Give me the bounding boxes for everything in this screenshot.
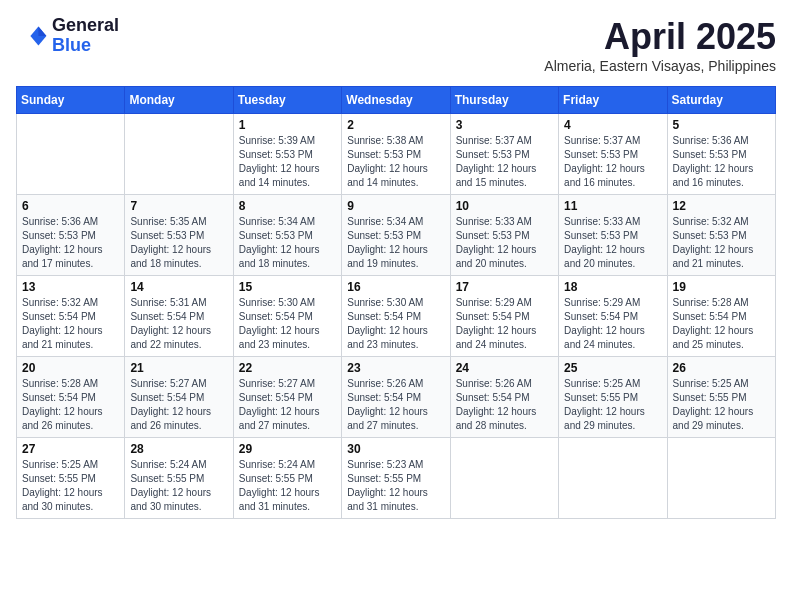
- calendar-cell: 4Sunrise: 5:37 AMSunset: 5:53 PMDaylight…: [559, 114, 667, 195]
- week-row-2: 6Sunrise: 5:36 AMSunset: 5:53 PMDaylight…: [17, 195, 776, 276]
- calendar-cell: 7Sunrise: 5:35 AMSunset: 5:53 PMDaylight…: [125, 195, 233, 276]
- day-info: Sunrise: 5:34 AMSunset: 5:53 PMDaylight:…: [347, 215, 444, 271]
- day-number: 7: [130, 199, 227, 213]
- calendar-cell: 1Sunrise: 5:39 AMSunset: 5:53 PMDaylight…: [233, 114, 341, 195]
- calendar-cell: 5Sunrise: 5:36 AMSunset: 5:53 PMDaylight…: [667, 114, 775, 195]
- day-info: Sunrise: 5:25 AMSunset: 5:55 PMDaylight:…: [673, 377, 770, 433]
- header-monday: Monday: [125, 87, 233, 114]
- header-sunday: Sunday: [17, 87, 125, 114]
- calendar-cell: 2Sunrise: 5:38 AMSunset: 5:53 PMDaylight…: [342, 114, 450, 195]
- day-number: 17: [456, 280, 553, 294]
- location: Almeria, Eastern Visayas, Philippines: [544, 58, 776, 74]
- day-number: 28: [130, 442, 227, 456]
- day-number: 6: [22, 199, 119, 213]
- day-info: Sunrise: 5:24 AMSunset: 5:55 PMDaylight:…: [239, 458, 336, 514]
- day-info: Sunrise: 5:36 AMSunset: 5:53 PMDaylight:…: [22, 215, 119, 271]
- day-info: Sunrise: 5:25 AMSunset: 5:55 PMDaylight:…: [564, 377, 661, 433]
- day-number: 9: [347, 199, 444, 213]
- calendar-cell: 11Sunrise: 5:33 AMSunset: 5:53 PMDayligh…: [559, 195, 667, 276]
- calendar-cell: 30Sunrise: 5:23 AMSunset: 5:55 PMDayligh…: [342, 438, 450, 519]
- day-info: Sunrise: 5:36 AMSunset: 5:53 PMDaylight:…: [673, 134, 770, 190]
- day-info: Sunrise: 5:35 AMSunset: 5:53 PMDaylight:…: [130, 215, 227, 271]
- day-info: Sunrise: 5:29 AMSunset: 5:54 PMDaylight:…: [456, 296, 553, 352]
- day-number: 1: [239, 118, 336, 132]
- week-row-4: 20Sunrise: 5:28 AMSunset: 5:54 PMDayligh…: [17, 357, 776, 438]
- day-info: Sunrise: 5:37 AMSunset: 5:53 PMDaylight:…: [564, 134, 661, 190]
- day-number: 23: [347, 361, 444, 375]
- header-friday: Friday: [559, 87, 667, 114]
- day-number: 13: [22, 280, 119, 294]
- day-number: 25: [564, 361, 661, 375]
- header-thursday: Thursday: [450, 87, 558, 114]
- calendar-cell: 29Sunrise: 5:24 AMSunset: 5:55 PMDayligh…: [233, 438, 341, 519]
- header-wednesday: Wednesday: [342, 87, 450, 114]
- calendar-cell: 23Sunrise: 5:26 AMSunset: 5:54 PMDayligh…: [342, 357, 450, 438]
- logo: General Blue: [16, 16, 119, 56]
- day-number: 15: [239, 280, 336, 294]
- calendar-cell: 25Sunrise: 5:25 AMSunset: 5:55 PMDayligh…: [559, 357, 667, 438]
- day-number: 14: [130, 280, 227, 294]
- month-year: April 2025: [544, 16, 776, 58]
- logo-blue: Blue: [52, 36, 119, 56]
- calendar-cell: 18Sunrise: 5:29 AMSunset: 5:54 PMDayligh…: [559, 276, 667, 357]
- day-number: 22: [239, 361, 336, 375]
- calendar-cell: 22Sunrise: 5:27 AMSunset: 5:54 PMDayligh…: [233, 357, 341, 438]
- day-info: Sunrise: 5:30 AMSunset: 5:54 PMDaylight:…: [239, 296, 336, 352]
- day-number: 4: [564, 118, 661, 132]
- day-info: Sunrise: 5:34 AMSunset: 5:53 PMDaylight:…: [239, 215, 336, 271]
- calendar-cell: 3Sunrise: 5:37 AMSunset: 5:53 PMDaylight…: [450, 114, 558, 195]
- day-number: 18: [564, 280, 661, 294]
- day-info: Sunrise: 5:30 AMSunset: 5:54 PMDaylight:…: [347, 296, 444, 352]
- calendar-cell: 26Sunrise: 5:25 AMSunset: 5:55 PMDayligh…: [667, 357, 775, 438]
- calendar-cell: 10Sunrise: 5:33 AMSunset: 5:53 PMDayligh…: [450, 195, 558, 276]
- day-info: Sunrise: 5:32 AMSunset: 5:54 PMDaylight:…: [22, 296, 119, 352]
- day-number: 19: [673, 280, 770, 294]
- day-info: Sunrise: 5:33 AMSunset: 5:53 PMDaylight:…: [564, 215, 661, 271]
- day-number: 3: [456, 118, 553, 132]
- day-number: 16: [347, 280, 444, 294]
- day-number: 20: [22, 361, 119, 375]
- day-number: 10: [456, 199, 553, 213]
- logo-text: General Blue: [52, 16, 119, 56]
- day-info: Sunrise: 5:27 AMSunset: 5:54 PMDaylight:…: [239, 377, 336, 433]
- calendar-cell: 9Sunrise: 5:34 AMSunset: 5:53 PMDaylight…: [342, 195, 450, 276]
- calendar-cell: 6Sunrise: 5:36 AMSunset: 5:53 PMDaylight…: [17, 195, 125, 276]
- calendar-cell: 19Sunrise: 5:28 AMSunset: 5:54 PMDayligh…: [667, 276, 775, 357]
- page-header: General Blue April 2025 Almeria, Eastern…: [16, 16, 776, 74]
- logo-icon: [16, 20, 48, 52]
- week-row-1: 1Sunrise: 5:39 AMSunset: 5:53 PMDaylight…: [17, 114, 776, 195]
- day-number: 30: [347, 442, 444, 456]
- day-info: Sunrise: 5:32 AMSunset: 5:53 PMDaylight:…: [673, 215, 770, 271]
- day-info: Sunrise: 5:37 AMSunset: 5:53 PMDaylight:…: [456, 134, 553, 190]
- day-number: 11: [564, 199, 661, 213]
- day-info: Sunrise: 5:23 AMSunset: 5:55 PMDaylight:…: [347, 458, 444, 514]
- day-number: 8: [239, 199, 336, 213]
- day-info: Sunrise: 5:26 AMSunset: 5:54 PMDaylight:…: [347, 377, 444, 433]
- calendar-cell: 20Sunrise: 5:28 AMSunset: 5:54 PMDayligh…: [17, 357, 125, 438]
- day-number: 24: [456, 361, 553, 375]
- day-number: 5: [673, 118, 770, 132]
- calendar-cell: 8Sunrise: 5:34 AMSunset: 5:53 PMDaylight…: [233, 195, 341, 276]
- calendar-cell: 27Sunrise: 5:25 AMSunset: 5:55 PMDayligh…: [17, 438, 125, 519]
- day-number: 21: [130, 361, 227, 375]
- calendar-cell: 12Sunrise: 5:32 AMSunset: 5:53 PMDayligh…: [667, 195, 775, 276]
- day-info: Sunrise: 5:28 AMSunset: 5:54 PMDaylight:…: [22, 377, 119, 433]
- calendar-cell: 15Sunrise: 5:30 AMSunset: 5:54 PMDayligh…: [233, 276, 341, 357]
- day-info: Sunrise: 5:24 AMSunset: 5:55 PMDaylight:…: [130, 458, 227, 514]
- day-info: Sunrise: 5:28 AMSunset: 5:54 PMDaylight:…: [673, 296, 770, 352]
- day-info: Sunrise: 5:38 AMSunset: 5:53 PMDaylight:…: [347, 134, 444, 190]
- day-info: Sunrise: 5:29 AMSunset: 5:54 PMDaylight:…: [564, 296, 661, 352]
- week-row-5: 27Sunrise: 5:25 AMSunset: 5:55 PMDayligh…: [17, 438, 776, 519]
- calendar-table: SundayMondayTuesdayWednesdayThursdayFrid…: [16, 86, 776, 519]
- day-info: Sunrise: 5:26 AMSunset: 5:54 PMDaylight:…: [456, 377, 553, 433]
- week-row-3: 13Sunrise: 5:32 AMSunset: 5:54 PMDayligh…: [17, 276, 776, 357]
- day-info: Sunrise: 5:33 AMSunset: 5:53 PMDaylight:…: [456, 215, 553, 271]
- calendar-cell: [450, 438, 558, 519]
- calendar-cell: 13Sunrise: 5:32 AMSunset: 5:54 PMDayligh…: [17, 276, 125, 357]
- calendar-cell: [17, 114, 125, 195]
- calendar-cell: [559, 438, 667, 519]
- calendar-cell: 24Sunrise: 5:26 AMSunset: 5:54 PMDayligh…: [450, 357, 558, 438]
- logo-general: General: [52, 16, 119, 36]
- day-number: 26: [673, 361, 770, 375]
- day-info: Sunrise: 5:31 AMSunset: 5:54 PMDaylight:…: [130, 296, 227, 352]
